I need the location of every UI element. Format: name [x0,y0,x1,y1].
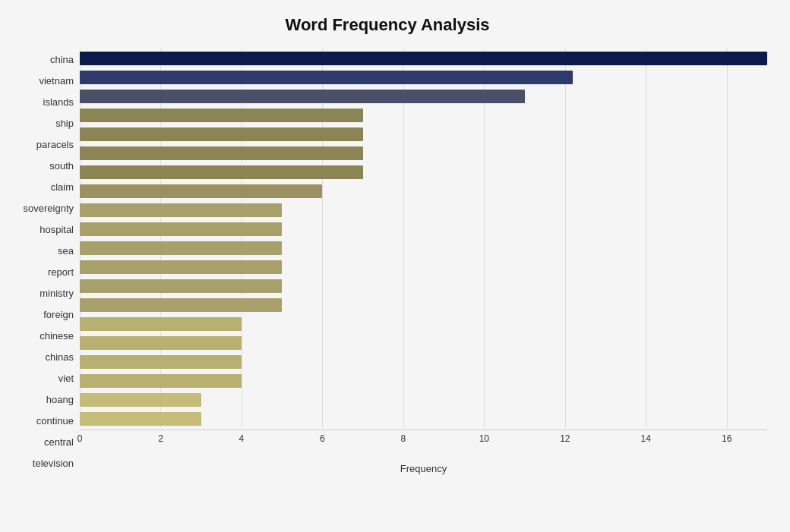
bar [80,355,242,369]
x-tick: 0 [77,433,83,444]
y-label: hospital [40,219,74,240]
x-axis-label: Frequency [80,463,767,474]
bar-row [80,200,767,219]
bars-area [80,49,767,428]
bar-row [80,314,767,333]
y-label: viet [58,368,74,389]
bar-row [80,68,767,87]
x-tick: 8 [401,433,406,444]
y-axis: chinavietnamislandsshipparacelssouthclai… [8,49,80,474]
y-label: hoang [46,389,74,411]
bar-row [80,49,767,68]
y-label: television [33,453,74,474]
y-label: chinas [45,347,74,368]
bar [80,279,282,293]
y-label: report [48,261,74,282]
y-label: south [49,155,74,176]
y-label: ship [55,112,74,134]
bar [80,222,282,236]
bar-row [80,105,767,124]
bar [80,412,201,426]
bar [80,127,363,141]
bar-row [80,124,767,143]
bar [80,298,282,312]
y-label: claim [51,176,74,197]
bar-row [80,371,767,390]
bar-row [80,238,767,257]
y-label: ministry [40,283,74,304]
bar [80,374,242,388]
y-label: paracels [36,134,74,155]
bar-row [80,219,767,238]
y-label: foreign [43,304,74,326]
y-label: chinese [40,326,74,347]
y-label: continue [36,411,74,432]
y-label: central [44,432,74,453]
y-label: china [50,49,74,70]
x-tick: 14 [641,433,651,444]
bar-row [80,295,767,314]
bar [80,260,282,274]
bar-row [80,257,767,276]
bar [80,336,242,350]
x-tick: 10 [479,433,489,444]
bar-row [80,162,767,181]
bar [80,109,363,122]
chart-container: Word Frequency Analysis chinavietnamisla… [0,0,790,532]
y-label: sea [58,240,74,261]
bar [80,393,201,407]
bar-row [80,409,767,428]
bar [80,241,282,255]
bar [80,317,242,331]
y-label: vietnam [39,70,74,91]
bar-row [80,276,767,295]
bar-row [80,352,767,371]
bar-row [80,390,767,409]
x-tick: 12 [560,433,570,444]
bar [80,203,282,217]
bar-row [80,181,767,200]
bars-and-x: 0246810121416 Frequency [80,49,767,474]
bar-row [80,87,767,105]
bar [80,52,767,65]
y-label: islands [43,91,74,112]
bar [80,71,573,84]
x-tick: 16 [722,433,732,444]
y-label: sovereignty [24,197,74,219]
x-tick: 6 [320,433,325,444]
chart-area: chinavietnamislandsshipparacelssouthclai… [8,49,767,474]
chart-title: Word Frequency Analysis [8,15,767,35]
x-tick: 2 [158,433,163,444]
x-tick: 4 [239,433,245,444]
bar-row [80,333,767,352]
bar [80,184,322,198]
bar [80,90,525,103]
x-axis: 0246810121416 [80,430,767,460]
bar [80,146,363,160]
bar [80,165,363,179]
bar-row [80,143,767,162]
